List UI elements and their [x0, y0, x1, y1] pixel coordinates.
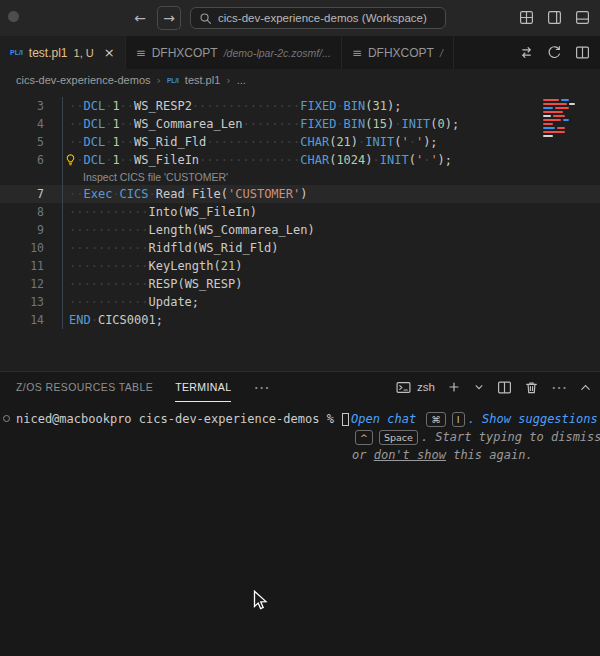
- toggle-panel-icon[interactable]: [575, 10, 590, 25]
- keyboard-key: ^: [355, 430, 373, 445]
- line-number: 6: [0, 151, 44, 169]
- tab-list: PL/Itest.pl11, U×≡DFHXCOPT/demo-lpar-2c.…: [0, 36, 454, 69]
- code-content: END·CICS0001;: [62, 311, 163, 329]
- keyboard-key: I: [452, 412, 465, 427]
- code-line-5[interactable]: 5··DCL·1··WS_Rid_Fld·············CHAR(21…: [0, 133, 600, 151]
- code-content: ···········Into(WS_FileIn): [62, 203, 257, 221]
- search-icon: [199, 12, 212, 25]
- breadcrumb-item[interactable]: ...: [237, 74, 246, 86]
- panel-header: Z/OS RESOURCES TABLETERMINAL ⋯ zsh: [0, 372, 600, 402]
- line-number: 14: [0, 311, 44, 329]
- breadcrumb-separator-icon: ›: [226, 74, 230, 87]
- terminal-view[interactable]: niced@macbookpro cics-dev-experience-dem…: [0, 402, 600, 464]
- line-number: 4: [0, 115, 44, 133]
- pli-file-icon: PL/I: [10, 49, 23, 56]
- tab-description: /demo-lpar-2c.zosmf/...: [224, 47, 331, 59]
- line-number: 10: [0, 239, 44, 257]
- line-number: 3: [0, 97, 44, 115]
- line-number: 8: [0, 203, 44, 221]
- mouse-cursor: [253, 590, 270, 616]
- panel-tab-terminal[interactable]: TERMINAL: [175, 372, 231, 402]
- back-arrow-icon[interactable]: ←: [128, 6, 152, 30]
- code-content: ···········KeyLength(21): [62, 257, 242, 275]
- code-line-3[interactable]: 3··DCL·1··WS_RESP2···············FIXED·B…: [0, 97, 600, 115]
- trash-icon[interactable]: [524, 380, 539, 395]
- tab-bar: PL/Itest.pl11, U×≡DFHXCOPT/demo-lpar-2c.…: [0, 36, 600, 69]
- new-terminal-plus-icon[interactable]: [447, 380, 461, 394]
- chevron-down-icon[interactable]: [473, 381, 485, 393]
- forward-arrow-icon[interactable]: →: [157, 6, 181, 30]
- line-number: 11: [0, 257, 44, 275]
- pli-file-icon: PL/I: [167, 77, 179, 84]
- code-line-10[interactable]: 10···········Ridfld(WS_Rid_Fld): [0, 239, 600, 257]
- code-line-12[interactable]: 12···········RESP(WS_RESP): [0, 275, 600, 293]
- minimap[interactable]: [543, 99, 597, 137]
- maximize-panel-icon[interactable]: [579, 381, 592, 394]
- panel-more-icon[interactable]: ⋯: [253, 378, 269, 397]
- code-line-8[interactable]: 8···········Into(WS_FileIn): [0, 203, 600, 221]
- breadcrumb-item[interactable]: test.pl1: [185, 74, 220, 86]
- tab-test-pl1[interactable]: PL/Itest.pl11, U×: [0, 36, 126, 69]
- code-line-7[interactable]: 7··Exec·CICS·Read·File('CUSTOMER'): [0, 185, 600, 203]
- vscode-window: ← → cics-dev-experience-demos (Workspace…: [0, 0, 600, 656]
- terminal-line: or don't show this again.: [16, 446, 600, 464]
- tab-decoration-badge: 1, U: [74, 47, 94, 59]
- code-content: ···········Length(WS_Commarea_Len): [62, 221, 315, 239]
- code-content: ··DCL·1··WS_FileIn··············CHAR(102…: [62, 151, 452, 169]
- tab-dfhxcopt[interactable]: ≡DFHXCOPT/demo-lpar-2c.zosmf/...: [126, 36, 342, 69]
- breadcrumb-item[interactable]: cics-dev-experience-demos: [16, 74, 151, 86]
- breadcrumb-separator-icon: ›: [157, 74, 161, 87]
- editor-actions: [519, 36, 600, 69]
- command-decoration-icon: [3, 415, 10, 422]
- code-content: ··DCL·1··WS_Commarea_Len········FIXED·BI…: [62, 115, 459, 133]
- customize-layout-icon[interactable]: [519, 10, 534, 25]
- breadcrumb: cics-dev-experience-demos›PL/Itest.pl1›.…: [0, 69, 600, 91]
- code-content: ··Exec·CICS·Read·File('CUSTOMER'): [62, 185, 308, 203]
- terminal-line: niced@macbookpro cics-dev-experience-dem…: [16, 410, 600, 428]
- code-content: ···········Update;: [62, 293, 199, 311]
- line-number: 13: [0, 293, 44, 311]
- keyboard-key: Space: [379, 430, 418, 445]
- panel-actions: zsh ⋯: [396, 378, 592, 397]
- terminal-cursor: [342, 413, 349, 426]
- close-icon[interactable]: ×: [104, 45, 115, 60]
- file-icon: ≡: [136, 46, 146, 60]
- panel-tab-list: Z/OS RESOURCES TABLETERMINAL: [16, 372, 253, 402]
- code-line-13[interactable]: 13···········Update;: [0, 293, 600, 311]
- bottom-panel: Z/OS RESOURCES TABLETERMINAL ⋯ zsh: [0, 371, 600, 656]
- line-number: 12: [0, 275, 44, 293]
- code-editor[interactable]: 3··DCL·1··WS_RESP2···············FIXED·B…: [0, 91, 600, 371]
- editor-lines: 3··DCL·1··WS_RESP2···············FIXED·B…: [0, 97, 600, 329]
- code-content: ···········RESP(WS_RESP): [62, 275, 242, 293]
- code-line-9[interactable]: 9···········Length(WS_Commarea_Len): [0, 221, 600, 239]
- sync-icon[interactable]: [547, 45, 562, 60]
- split-terminal-icon[interactable]: [497, 380, 512, 395]
- search-text: cics-dev-experience-demos (Workspace): [218, 12, 427, 24]
- panel-tab-z-os-resources-table[interactable]: Z/OS RESOURCES TABLE: [16, 372, 153, 402]
- tab-description: /: [440, 47, 443, 59]
- lightbulb-icon[interactable]: [64, 153, 78, 167]
- toggle-secondary-sidebar-icon[interactable]: [547, 10, 562, 25]
- code-line-11[interactable]: 11···········KeyLength(21): [0, 257, 600, 275]
- codelens-row: Inspect CICS file 'CUSTOMER': [0, 169, 600, 185]
- code-content: ··DCL·1··WS_RESP2···············FIXED·BI…: [62, 97, 401, 115]
- code-line-6[interactable]: 6··DCL·1··WS_FileIn··············CHAR(10…: [0, 151, 600, 169]
- line-number: 7: [0, 185, 44, 203]
- code-line-4[interactable]: 4··DCL·1··WS_Commarea_Len········FIXED·B…: [0, 115, 600, 133]
- tab-label: DFHXCOPT: [368, 46, 434, 60]
- shell-label[interactable]: zsh: [417, 381, 435, 393]
- line-number: 9: [0, 221, 44, 239]
- titlebar: ← → cics-dev-experience-demos (Workspace…: [0, 0, 600, 36]
- command-center-search[interactable]: cics-dev-experience-demos (Workspace): [190, 7, 446, 29]
- codelens-action[interactable]: Inspect CICS file 'CUSTOMER': [69, 171, 228, 183]
- code-line-14[interactable]: 14END·CICS0001;: [0, 311, 600, 329]
- swap-icon[interactable]: [519, 45, 534, 60]
- tab-dfhxcopt[interactable]: ≡DFHXCOPT/: [342, 36, 454, 69]
- window-control-icon[interactable]: [8, 11, 19, 22]
- more-actions-icon[interactable]: ⋯: [551, 378, 567, 397]
- tab-label: test.pl1: [29, 46, 68, 60]
- keyboard-key: ⌘: [426, 412, 446, 427]
- code-content: ··DCL·1··WS_Rid_Fld·············CHAR(21)…: [62, 133, 438, 151]
- tab-label: DFHXCOPT: [152, 46, 218, 60]
- split-editor-icon[interactable]: [575, 45, 590, 60]
